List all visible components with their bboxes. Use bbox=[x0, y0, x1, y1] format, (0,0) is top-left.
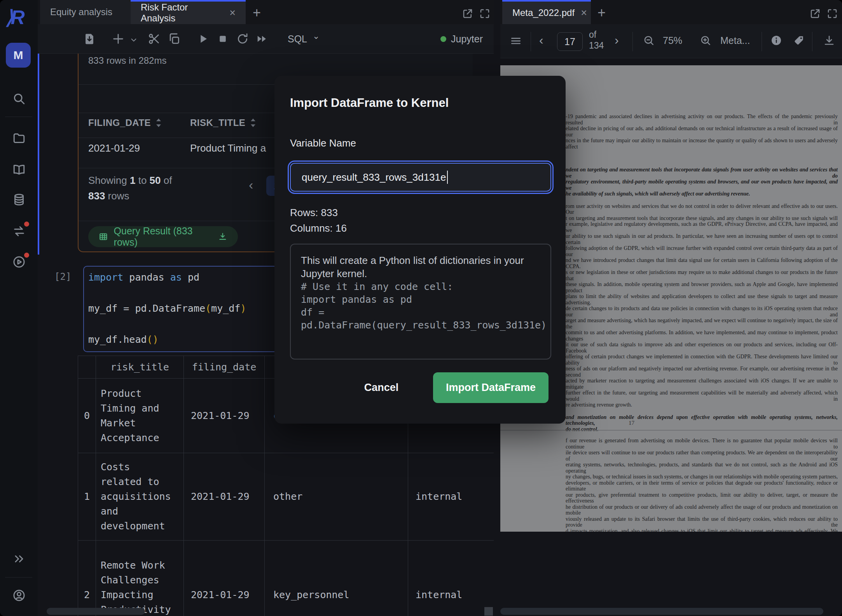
close-tab-icon[interactable]: × bbox=[581, 7, 587, 19]
table-cell-category: other bbox=[265, 453, 408, 541]
scrollbar-corner[interactable] bbox=[484, 607, 493, 616]
save-file-icon[interactable] bbox=[83, 32, 96, 45]
logo-angle-icon: ⟩ bbox=[5, 7, 11, 28]
pagination-prev-icon[interactable]: ‹ bbox=[249, 177, 253, 192]
new-tab-button[interactable]: + bbox=[253, 5, 261, 21]
table-cell-filing-date: 2021-01-29 bbox=[184, 541, 265, 616]
close-tab-icon[interactable]: × bbox=[229, 7, 236, 19]
kernel-status-label[interactable]: Jupyter bbox=[451, 33, 483, 45]
table-row-index: 1 bbox=[78, 453, 96, 541]
pdf-line: plans to limit the ability of websites a… bbox=[566, 293, 838, 305]
pdf-paragraph: ndent on targeting and measurement tools… bbox=[566, 167, 838, 197]
column-header-filing-date[interactable]: FILING_DATE bbox=[88, 117, 162, 128]
cancel-button[interactable]: Cancel bbox=[358, 372, 405, 403]
language-label: SQL bbox=[288, 33, 307, 44]
expand-sidebar-icon[interactable] bbox=[12, 552, 26, 566]
download-pdf-icon[interactable] bbox=[823, 34, 835, 47]
table-cell-source: internal bbox=[408, 453, 494, 541]
query-result-export-button[interactable]: Query Result (833 rows) bbox=[88, 226, 238, 247]
pdf-line: our products, give preferential treatmen… bbox=[566, 492, 838, 504]
cut-cell-scissors-icon[interactable] bbox=[147, 32, 161, 45]
language-selector[interactable]: SQL bbox=[288, 33, 307, 45]
pdf-line: further effect in the future, our target… bbox=[566, 390, 838, 402]
import-dataframe-modal: Import DataFrame to Kernel Variable Name… bbox=[274, 76, 566, 424]
fullscreen-icon[interactable] bbox=[826, 8, 838, 19]
database-icon[interactable] bbox=[12, 193, 26, 207]
connections-transfer-icon[interactable] bbox=[12, 224, 26, 238]
horizontal-scrollbar-thumb[interactable] bbox=[47, 608, 145, 615]
pdf-line: de certain changes to its products and d… bbox=[566, 305, 838, 318]
prev-page-icon[interactable]: ‹ bbox=[539, 33, 543, 47]
cell-risk-title: Product Timing a bbox=[190, 142, 266, 154]
sort-icon[interactable] bbox=[155, 118, 162, 128]
sort-icon[interactable] bbox=[250, 118, 256, 128]
run-cell-play-icon[interactable] bbox=[196, 32, 210, 45]
tab-meta-2022-pdf[interactable]: Meta_2022.pdf × bbox=[502, 0, 591, 24]
add-cell-icon[interactable] bbox=[112, 32, 125, 45]
column-label: RISK_TITLE bbox=[190, 117, 245, 128]
pdf-line: following adoption of the GDPR, which wi… bbox=[566, 245, 838, 257]
zoom-level-label[interactable]: 75% bbox=[663, 35, 682, 46]
variable-name-value: query_result_833_rows_3d131e bbox=[302, 171, 446, 183]
language-chevron-icon[interactable]: ⌄ bbox=[313, 31, 320, 41]
table-cell-risk-title: Remote WorkChallengesImpactingProductivi… bbox=[96, 541, 184, 616]
tab-equity-analysis[interactable]: Equity analysis bbox=[40, 0, 131, 24]
search-icon[interactable] bbox=[12, 92, 26, 106]
account-person-icon[interactable] bbox=[12, 588, 26, 602]
page-total-label: 134 bbox=[589, 40, 604, 51]
open-external-icon[interactable] bbox=[809, 8, 821, 19]
zoom-out-icon[interactable] bbox=[643, 34, 655, 47]
usage-code-line: pd.DataFrame(query_result_833_rows_3d131… bbox=[301, 319, 540, 332]
pdf-page-number: 17 bbox=[629, 420, 634, 426]
run-play-circle-icon[interactable] bbox=[12, 255, 26, 269]
column-label: FILING_DATE bbox=[88, 117, 151, 128]
table-row-index: 2 bbox=[78, 541, 96, 616]
stop-kernel-icon[interactable] bbox=[216, 32, 229, 45]
app-logo: ⟩R bbox=[5, 6, 23, 29]
toolbar-separator bbox=[812, 32, 812, 51]
page-of-label: of bbox=[589, 30, 596, 40]
tab-risk-factor-analysis[interactable]: Risk Factor Analysis × bbox=[131, 0, 246, 24]
query-stats: 833 rows in 282ms bbox=[88, 55, 166, 66]
run-all-fast-forward-icon[interactable] bbox=[255, 32, 269, 45]
tab-label: Risk Factor Analysis bbox=[141, 2, 223, 24]
usage-code-line: import pandas as pd bbox=[301, 293, 540, 306]
copy-cell-icon[interactable] bbox=[168, 32, 181, 45]
import-dataframe-button[interactable]: Import DataFrame bbox=[433, 372, 549, 403]
restart-kernel-refresh-icon[interactable] bbox=[236, 32, 249, 45]
page-number-input[interactable]: 17 bbox=[557, 32, 583, 51]
columns-count-label: Columns: 16 bbox=[290, 222, 347, 234]
pdf-line: viously released an update to its Safari… bbox=[566, 516, 838, 528]
table-row-index: 0 bbox=[78, 379, 96, 453]
pdf-horizontal-scrollbar-thumb[interactable] bbox=[500, 608, 823, 615]
pdf-menu-hamburger-icon[interactable] bbox=[510, 34, 522, 47]
info-icon[interactable] bbox=[770, 34, 783, 47]
pdf-line: he distribution of our products or our d… bbox=[566, 504, 838, 516]
next-page-icon[interactable]: › bbox=[615, 33, 619, 47]
download-icon[interactable] bbox=[218, 231, 228, 242]
workspace-avatar[interactable]: M bbox=[6, 43, 31, 68]
table-cell-category: key_personnel bbox=[265, 541, 408, 616]
pagination-summary: Showing 1 to 50 of833 rows bbox=[88, 173, 172, 204]
notebook-book-icon[interactable] bbox=[12, 163, 26, 177]
pdf-line: offering of certain product changes we i… bbox=[566, 354, 838, 366]
zoom-in-icon[interactable] bbox=[699, 34, 712, 47]
pdf-line: developers, or mobile carriers, or in th… bbox=[566, 480, 838, 492]
pdf-paragraph: f our revenue is generated from advertis… bbox=[566, 438, 838, 532]
variable-name-input[interactable]: query_result_833_rows_3d131e bbox=[290, 163, 551, 192]
column-header-risk-title[interactable]: RISK_TITLE bbox=[190, 117, 256, 128]
usage-code-line: df = bbox=[301, 306, 540, 319]
pdf-line: it our use of such data signals to impro… bbox=[566, 342, 838, 354]
table-header-cell bbox=[78, 356, 96, 379]
page-boundary bbox=[500, 430, 842, 431]
add-cell-chevron-icon[interactable] bbox=[129, 36, 138, 44]
modal-title: Import DataFrame to Kernel bbox=[290, 96, 449, 110]
new-tab-button[interactable]: + bbox=[597, 5, 606, 21]
pdf-paragraph: rom user activity on websites and servic… bbox=[566, 203, 838, 408]
files-folder-icon[interactable] bbox=[12, 131, 26, 145]
open-external-icon[interactable] bbox=[462, 8, 473, 19]
fullscreen-icon[interactable] bbox=[479, 8, 491, 19]
cell-filing-date: 2021-01-29 bbox=[88, 142, 140, 154]
table-cell-risk-title: ProductTiming andMarketAcceptance bbox=[96, 379, 184, 453]
tag-icon[interactable] bbox=[793, 34, 805, 47]
